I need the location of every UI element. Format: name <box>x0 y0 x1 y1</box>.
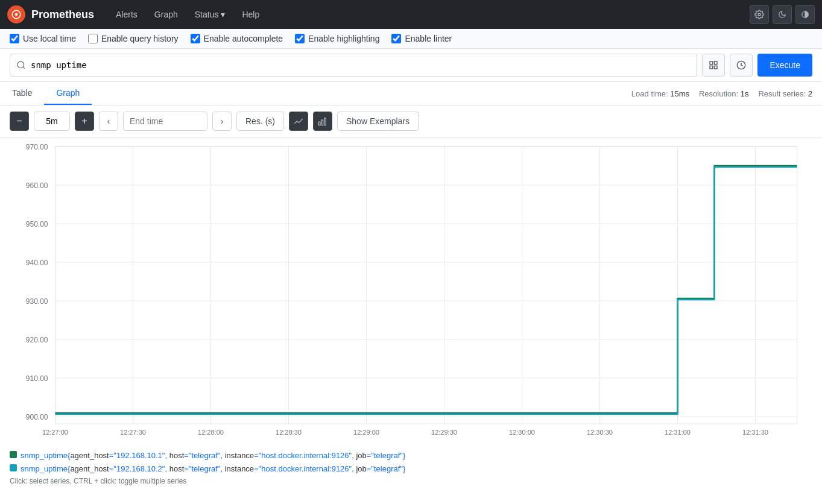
svg-rect-6 <box>710 61 713 65</box>
svg-text:12:31:00: 12:31:00 <box>665 429 691 436</box>
svg-text:12:30:30: 12:30:30 <box>587 429 613 436</box>
svg-rect-13 <box>324 118 326 125</box>
options-bar: Use local time Enable query history Enab… <box>0 29 822 49</box>
line-chart-btn[interactable] <box>289 112 308 131</box>
nav-graph[interactable]: Graph <box>147 6 185 23</box>
zoom-in-button[interactable]: + <box>75 112 94 131</box>
use-local-time-option[interactable]: Use local time <box>10 34 76 43</box>
legend-label-1: snmp_uptime{agent_host="192.168.10.1", h… <box>21 450 405 461</box>
svg-rect-11 <box>318 122 320 125</box>
svg-text:900.00: 900.00 <box>26 413 48 421</box>
svg-text:970.00: 970.00 <box>26 143 48 151</box>
svg-text:12:31:30: 12:31:30 <box>742 429 768 436</box>
moon-icon-btn[interactable] <box>773 5 792 24</box>
use-local-time-checkbox[interactable] <box>10 34 19 43</box>
resolution-button[interactable]: Res. (s) <box>236 112 284 131</box>
svg-rect-9 <box>715 66 718 69</box>
result-series-label: Result series: 2 <box>758 89 812 98</box>
end-time-input[interactable] <box>123 112 207 131</box>
svg-text:960.00: 960.00 <box>26 181 48 190</box>
brand-name: Prometheus <box>31 8 94 21</box>
svg-text:12:29:30: 12:29:30 <box>431 429 457 436</box>
status-dropdown-arrow: ▾ <box>221 10 225 19</box>
interval-input[interactable] <box>34 112 70 131</box>
enable-highlighting-checkbox[interactable] <box>295 34 305 43</box>
metrics-explorer-btn[interactable] <box>702 54 725 77</box>
query-history-btn[interactable] <box>730 54 753 77</box>
load-time-label: Load time: 15ms <box>631 89 689 98</box>
enable-query-history-option[interactable]: Enable query history <box>88 34 179 43</box>
svg-text:12:27:30: 12:27:30 <box>120 429 146 436</box>
svg-text:12:28:30: 12:28:30 <box>276 429 302 436</box>
enable-autocomplete-checkbox[interactable] <box>191 34 200 43</box>
legend-color-2 <box>10 464 17 471</box>
show-exemplars-button[interactable]: Show Exemplars <box>337 112 419 131</box>
contrast-icon-btn[interactable] <box>795 5 815 24</box>
svg-text:12:30:00: 12:30:00 <box>509 429 535 436</box>
svg-text:910.00: 910.00 <box>26 374 48 383</box>
tab-table[interactable]: Table <box>0 82 44 105</box>
tab-row: Table Graph Load time: 15ms Resolution: … <box>0 82 822 106</box>
nav-help[interactable]: Help <box>235 6 267 23</box>
chart-svg-wrapper: 970.00 960.00 950.00 940.00 930.00 920.0… <box>10 137 812 441</box>
svg-rect-41 <box>55 146 797 424</box>
legend: snmp_uptime{agent_host="192.168.10.1", h… <box>0 446 822 490</box>
tab-meta: Load time: 15ms Resolution: 1s Result se… <box>622 89 822 98</box>
tabs: Table Graph <box>0 82 92 105</box>
enable-linter-option[interactable]: Enable linter <box>391 34 452 43</box>
navbar-right <box>750 5 815 24</box>
legend-item-2[interactable]: snmp_uptime{agent_host="192.168.10.2", h… <box>10 464 812 474</box>
chart-container: 970.00 960.00 950.00 940.00 930.00 920.0… <box>0 137 822 446</box>
enable-highlighting-option[interactable]: Enable highlighting <box>295 34 379 43</box>
legend-color-1 <box>10 451 17 458</box>
chart-svg: 970.00 960.00 950.00 940.00 930.00 920.0… <box>10 137 812 439</box>
graph-toolbar: − + ‹ › Res. (s) Show Exemplars <box>0 106 822 137</box>
svg-point-1 <box>15 13 18 16</box>
legend-item-1[interactable]: snmp_uptime{agent_host="192.168.10.1", h… <box>10 450 812 461</box>
svg-text:930.00: 930.00 <box>26 297 48 306</box>
search-bar: Execute <box>0 49 822 82</box>
resolution-label: Resolution: 1s <box>699 89 748 98</box>
enable-autocomplete-option[interactable]: Enable autocomplete <box>191 34 283 43</box>
legend-label-2: snmp_uptime{agent_host="192.168.10.2", h… <box>21 464 405 474</box>
svg-text:950.00: 950.00 <box>26 220 48 228</box>
svg-text:12:27:00: 12:27:00 <box>42 429 68 436</box>
legend-hint: Click: select series, CTRL + click: togg… <box>10 477 812 485</box>
svg-text:12:29:00: 12:29:00 <box>353 429 379 436</box>
prometheus-logo <box>7 5 25 24</box>
prev-time-button[interactable]: ‹ <box>99 112 118 131</box>
nav-links: Alerts Graph Status ▾ Help <box>109 6 267 23</box>
navbar: Prometheus Alerts Graph Status ▾ Help <box>0 0 822 29</box>
next-time-button[interactable]: › <box>212 112 232 131</box>
enable-query-history-checkbox[interactable] <box>88 34 98 43</box>
svg-rect-12 <box>321 120 323 125</box>
execute-button[interactable]: Execute <box>757 54 812 77</box>
zoom-out-button[interactable]: − <box>10 112 29 131</box>
svg-text:940.00: 940.00 <box>26 259 48 267</box>
enable-linter-checkbox[interactable] <box>391 34 401 43</box>
query-input[interactable] <box>31 60 691 70</box>
svg-rect-8 <box>710 66 713 69</box>
svg-text:920.00: 920.00 <box>26 336 48 344</box>
tab-graph[interactable]: Graph <box>44 82 92 105</box>
settings-icon-btn[interactable] <box>750 5 769 24</box>
search-input-wrapper <box>10 54 697 77</box>
search-icon <box>16 60 26 70</box>
nav-status[interactable]: Status ▾ <box>188 6 233 23</box>
svg-text:12:28:00: 12:28:00 <box>198 429 224 436</box>
svg-line-5 <box>23 67 25 69</box>
nav-alerts[interactable]: Alerts <box>109 6 145 23</box>
svg-rect-7 <box>715 61 718 65</box>
stacked-chart-btn[interactable] <box>313 112 332 131</box>
svg-point-2 <box>758 13 760 16</box>
svg-point-4 <box>17 61 24 68</box>
